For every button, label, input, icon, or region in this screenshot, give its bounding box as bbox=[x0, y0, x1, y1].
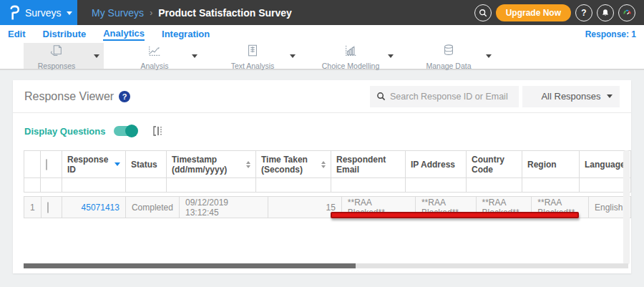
top-bar: Surveys My Surveys › Product Satisfactio… bbox=[0, 0, 644, 25]
col-ip-address: IP Address bbox=[406, 151, 467, 178]
page-title: Response Viewer bbox=[24, 90, 114, 103]
row-select-cell bbox=[41, 197, 62, 218]
toolbar-responses-label: Responses bbox=[38, 62, 76, 70]
col-respondent-email-label: Respondent Email bbox=[336, 155, 386, 175]
notifications-bell-icon[interactable] bbox=[597, 4, 614, 21]
response-viewer-card: Response Viewer ? All Responses Display … bbox=[13, 80, 631, 273]
col-country-code: Country Code bbox=[467, 151, 522, 178]
search-input[interactable] bbox=[390, 92, 512, 102]
col-status: Status bbox=[126, 151, 167, 178]
surveys-product-menu[interactable]: Surveys bbox=[0, 0, 77, 25]
filter-time-taken[interactable] bbox=[256, 178, 331, 193]
col-ip-address-label: IP Address bbox=[411, 160, 455, 170]
col-country-code-label: Country Code bbox=[472, 155, 504, 175]
responses-table: Response ID Status Timestamp (dd/mm/yyyy… bbox=[24, 150, 631, 218]
breadcrumb-survey-title: Product Satisfaction Survey bbox=[158, 7, 292, 19]
response-search bbox=[370, 86, 519, 107]
col-response-id-label: Response ID bbox=[67, 155, 109, 175]
survey-nav: Edit Distribute Analytics Integration Re… bbox=[0, 25, 644, 43]
manage-data-dropdown-caret[interactable] bbox=[482, 54, 496, 58]
viewer-controls: Display Questions bbox=[13, 113, 631, 142]
timestamp-cell: 09/12/2019 13:12:45 bbox=[179, 197, 268, 218]
horizontal-scrollbar-thumb[interactable] bbox=[24, 263, 356, 268]
column-settings-icon[interactable] bbox=[152, 125, 163, 137]
response-filter-value: All Responses bbox=[541, 91, 600, 102]
select-all-checkbox[interactable] bbox=[46, 159, 47, 170]
toggle-knob bbox=[125, 125, 138, 137]
display-questions-toggle[interactable] bbox=[114, 126, 137, 136]
status-cell: Completed bbox=[125, 197, 179, 218]
nav-integration[interactable]: Integration bbox=[162, 29, 210, 40]
display-questions-label: Display Questions bbox=[24, 126, 105, 137]
filter-status[interactable] bbox=[126, 178, 167, 193]
col-time-taken[interactable]: Time Taken (Seconds) bbox=[256, 151, 331, 178]
card-header: Response Viewer ? All Responses bbox=[13, 80, 631, 113]
product-menu-label: Surveys bbox=[25, 7, 62, 19]
sort-both-icon[interactable] bbox=[246, 161, 250, 168]
search-icon bbox=[376, 92, 386, 101]
col-select bbox=[41, 151, 62, 178]
response-filter-dropdown[interactable]: All Responses bbox=[522, 86, 620, 107]
filter-country-code[interactable] bbox=[467, 178, 522, 193]
sort-desc-icon[interactable] bbox=[114, 162, 120, 166]
filter-region[interactable] bbox=[522, 178, 580, 193]
choice-modelling-dropdown-caret[interactable] bbox=[384, 54, 398, 58]
response-id-link[interactable]: 45071413 bbox=[82, 203, 119, 213]
toolbar-manage-data[interactable]: Manage Data bbox=[416, 43, 496, 69]
col-time-taken-label: Time Taken (Seconds) bbox=[261, 155, 317, 175]
topbar-actions: Upgrade Now ? bbox=[474, 4, 644, 21]
toolbar-text-analysis[interactable]: Text Analysis bbox=[220, 43, 300, 69]
search-icon[interactable] bbox=[474, 4, 492, 21]
analysis-icon bbox=[147, 44, 162, 61]
responses-dropdown-caret[interactable] bbox=[89, 54, 104, 58]
toolbar-analysis[interactable]: Analysis bbox=[122, 43, 202, 69]
text-analysis-dropdown-caret[interactable] bbox=[286, 54, 300, 58]
help-icon[interactable]: ? bbox=[575, 4, 592, 21]
row-checkbox[interactable] bbox=[47, 202, 49, 213]
upgrade-now-button[interactable]: Upgrade Now bbox=[496, 4, 571, 21]
filter-respondent-email[interactable] bbox=[331, 178, 406, 193]
breadcrumb: My Surveys › Product Satisfaction Survey bbox=[92, 7, 292, 19]
row-number: 1 bbox=[24, 197, 42, 218]
horizontal-scrollbar-track[interactable] bbox=[24, 263, 628, 268]
sort-both-icon[interactable] bbox=[321, 161, 326, 168]
responses-icon bbox=[49, 44, 64, 61]
responses-table-header: Response ID Status Timestamp (dd/mm/yyyy… bbox=[24, 150, 631, 193]
col-language-label: Language bbox=[585, 160, 625, 170]
filter-response-id[interactable] bbox=[62, 178, 126, 193]
col-respondent-email: Respondent Email bbox=[331, 151, 406, 178]
choice-modelling-icon bbox=[343, 44, 358, 61]
usage-meter-icon[interactable] bbox=[618, 4, 635, 21]
nav-analytics[interactable]: Analytics bbox=[103, 28, 145, 41]
manage-data-icon bbox=[441, 44, 457, 61]
nav-edit[interactable]: Edit bbox=[8, 29, 26, 40]
filter-ip-address[interactable] bbox=[406, 178, 467, 193]
response-viewer-help-icon[interactable]: ? bbox=[119, 91, 130, 102]
toolbar-text-analysis-label: Text Analysis bbox=[231, 62, 275, 70]
filter-timestamp[interactable] bbox=[167, 178, 256, 193]
text-analysis-icon bbox=[245, 44, 260, 61]
col-timestamp[interactable]: Timestamp (dd/mm/yyyy) bbox=[167, 151, 256, 178]
col-rownum bbox=[24, 151, 41, 178]
breadcrumb-my-surveys[interactable]: My Surveys bbox=[92, 7, 144, 19]
analysis-dropdown-caret[interactable] bbox=[187, 54, 202, 58]
red-annotation-highlight bbox=[331, 212, 579, 218]
toolbar-choice-modelling[interactable]: Choice Modelling bbox=[318, 43, 398, 69]
col-timestamp-label: Timestamp (dd/mm/yyyy) bbox=[172, 155, 242, 175]
col-region-label: Region bbox=[527, 160, 557, 170]
col-response-id[interactable]: Response ID bbox=[62, 151, 126, 178]
vertical-scrollbar-track[interactable] bbox=[623, 150, 630, 265]
analytics-toolbar: Responses Analysis Text Analysis Choice … bbox=[0, 43, 644, 70]
toolbar-choice-modelling-label: Choice Modelling bbox=[322, 62, 380, 70]
toolbar-responses[interactable]: Responses bbox=[24, 43, 104, 69]
filter-row bbox=[24, 178, 631, 193]
breadcrumb-separator: › bbox=[150, 8, 152, 18]
toolbar-manage-data-label: Manage Data bbox=[426, 62, 471, 70]
chevron-down-icon bbox=[607, 94, 613, 98]
toolbar-analysis-label: Analysis bbox=[140, 62, 168, 70]
nav-distribute[interactable]: Distribute bbox=[43, 29, 87, 40]
response-id-cell: 45071413 bbox=[62, 197, 126, 218]
col-region: Region bbox=[522, 151, 580, 178]
col-status-label: Status bbox=[131, 160, 157, 170]
questionpro-logo-icon bbox=[9, 5, 20, 21]
